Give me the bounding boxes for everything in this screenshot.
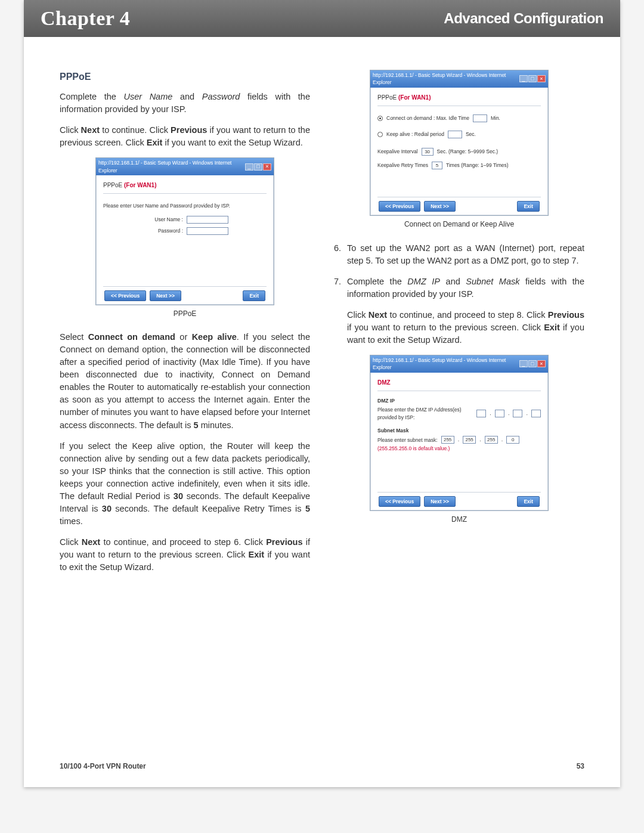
text: seconds. The default Keepalive Retry Tim… (112, 504, 305, 513)
maximize-icon[interactable]: □ (254, 163, 262, 171)
step-body: Complete the DMZ IP and Subnet Mask fiel… (347, 275, 584, 346)
input-dmz-ip-3[interactable] (513, 410, 522, 417)
step-7: 7. Complete the DMZ IP and Subnet Mask f… (334, 275, 584, 346)
panel-title-wan: (For WAN1) (124, 182, 156, 188)
radio-connect-on-demand[interactable] (377, 116, 383, 121)
input-dmz-ip-2[interactable] (495, 410, 504, 417)
previous-button[interactable]: << Previous (104, 290, 146, 301)
window-pppoe: http://192.168.1.1/ - Basic Setup Wizard… (95, 157, 274, 305)
input-keepalive-interval[interactable]: 30 (422, 148, 434, 156)
text: and (172, 92, 202, 101)
input-redial-period[interactable] (448, 131, 462, 138)
step-list: 6. To set up the WAN2 port as a WAN (Int… (334, 242, 584, 346)
left-column: PPPoE Complete the User Name and Passwor… (60, 70, 310, 582)
text-italic: DMZ IP (407, 277, 440, 286)
text-bold: Previous (266, 537, 302, 547)
maximize-icon[interactable]: □ (528, 360, 537, 367)
text: and (440, 277, 466, 286)
input-dmz-ip-4[interactable] (531, 410, 541, 417)
exit-button[interactable]: Exit (243, 290, 265, 301)
input-username[interactable] (187, 216, 228, 224)
text-bold: 30 (102, 504, 112, 513)
next-button[interactable]: Next >> (424, 496, 456, 507)
text: to continue, and proceed to step 8. Clic… (387, 310, 548, 320)
next-button[interactable]: Next >> (150, 290, 181, 301)
window-title-text: http://192.168.1.1/ - Basic Setup Wizard… (98, 159, 245, 174)
window-button-row: << Previous Next >> Exit (103, 290, 267, 301)
minimize-icon[interactable]: _ (519, 75, 528, 82)
close-icon[interactable]: × (263, 163, 271, 171)
maximize-icon[interactable]: □ (528, 75, 537, 82)
divider (103, 286, 267, 287)
input-sm-2[interactable]: 255 (463, 436, 476, 444)
text-bold: Exit (544, 323, 560, 332)
figure-pppoe: http://192.168.1.1/ - Basic Setup Wizard… (60, 157, 310, 319)
input-keepalive-retry[interactable]: 5 (432, 162, 442, 169)
window-titlebar: http://192.168.1.1/ - Basic Setup Wizard… (370, 355, 548, 373)
input-sm-4[interactable]: 0 (506, 436, 519, 444)
divider (377, 106, 541, 106)
window-button-row: << Previous Next >> Exit (377, 201, 541, 212)
text: to continue. Click (100, 125, 171, 135)
label-keepalive-retry: Keepalive Retry Times (377, 162, 428, 169)
window-dmz: http://192.168.1.1/ - Basic Setup Wizard… (370, 355, 549, 511)
input-max-idle-time[interactable] (473, 114, 487, 122)
figure-caption: PPPoE (60, 309, 310, 319)
text: if you want to exit the Setup Wizard. (162, 138, 302, 147)
window-title-text: http://192.168.1.1/ - Basic Setup Wizard… (373, 72, 519, 86)
paragraph: Click Next to continue. Click Previous i… (60, 124, 310, 149)
window-body: DMZ DMZ IP Please enter the DMZ IP Addre… (370, 373, 548, 510)
divider (377, 492, 541, 493)
text: times. (60, 516, 83, 526)
content-columns: PPPoE Complete the User Name and Passwor… (24, 37, 620, 582)
step-body: To set up the WAN2 port as a WAN (Intern… (347, 242, 584, 267)
text-bold: Keep alive (192, 332, 237, 342)
window-controls: _ □ × (519, 360, 546, 367)
step-6: 6. To set up the WAN2 port as a WAN (Int… (334, 242, 584, 267)
input-sm-1[interactable]: 255 (441, 436, 454, 444)
window-keepalive: http://192.168.1.1/ - Basic Setup Wizard… (370, 70, 549, 216)
previous-button[interactable]: << Previous (379, 201, 420, 212)
window-titlebar: http://192.168.1.1/ - Basic Setup Wizard… (370, 70, 548, 88)
close-icon[interactable]: × (537, 75, 546, 82)
label-interval-range: Sec. (Range: 5–9999 Sec.) (437, 148, 499, 155)
exit-button[interactable]: Exit (517, 496, 540, 507)
instruction-text: Please enter User Name and Password prov… (103, 202, 267, 209)
text: or (175, 332, 192, 342)
text: Complete the (60, 92, 123, 101)
figure-caption: Connect on Demand or Keep Alive (334, 219, 584, 230)
footer-page-number: 53 (577, 762, 584, 770)
text: Click (60, 125, 81, 135)
text-bold: 5 (305, 504, 310, 513)
label-dmz-ip: DMZ IP (377, 397, 541, 404)
text: . If you select the Connect on demand op… (60, 332, 310, 429)
text: minutes. (199, 420, 234, 430)
text-italic: Subnet Mask (466, 277, 519, 286)
window-button-row: << Previous Next >> Exit (377, 496, 541, 507)
close-icon[interactable]: × (537, 360, 546, 367)
panel-title-dmz: DMZ (377, 379, 541, 388)
radio-keep-alive[interactable] (377, 132, 383, 137)
previous-button[interactable]: << Previous (379, 496, 420, 507)
exit-button[interactable]: Exit (517, 201, 540, 212)
minimize-icon[interactable]: _ (245, 163, 253, 171)
text: Complete the (347, 277, 407, 286)
paragraph: Select Connect on demand or Keep alive. … (60, 331, 310, 431)
label-subnet-mask: Subnet Mask (377, 427, 541, 434)
footer-product: 10/100 4-Port VPN Router (60, 762, 146, 770)
text-bold: 30 (174, 491, 183, 501)
instruction-subnet-mask: Please enter subnet mask: (377, 436, 438, 444)
next-button[interactable]: Next >> (424, 201, 456, 212)
input-password[interactable] (187, 227, 228, 235)
window-body: PPPoE (For WAN1) Connect on demand : Max… (370, 88, 548, 216)
figure-keepalive: http://192.168.1.1/ - Basic Setup Wizard… (334, 70, 584, 230)
text-bold: Next (81, 125, 100, 135)
input-dmz-ip-1[interactable] (476, 410, 486, 417)
label-sec: Sec. (466, 131, 476, 138)
text: to continue, and proceed to step 6. Clic… (100, 537, 266, 547)
label-keepalive-interval: Keepalive Interval (377, 148, 418, 155)
minimize-icon[interactable]: _ (519, 360, 528, 367)
window-body: PPPoE (For WAN1) Please enter User Name … (96, 175, 274, 305)
panel-title: PPPoE (103, 182, 124, 188)
input-sm-3[interactable]: 255 (485, 436, 498, 444)
